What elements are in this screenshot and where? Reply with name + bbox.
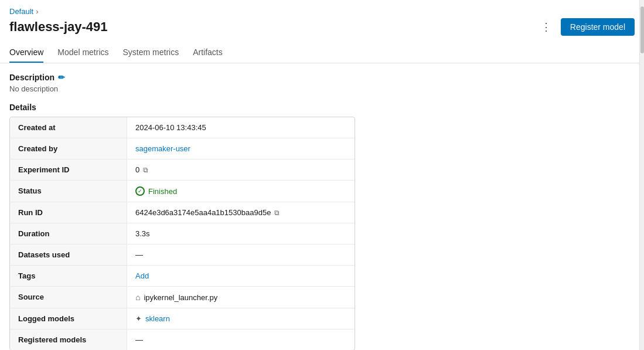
row-key-created-at: Created at <box>10 117 127 138</box>
table-row: Duration 3.3s <box>10 223 355 244</box>
header-actions: ⋮ Register model <box>536 18 635 36</box>
row-value-created-at: 2024-06-10 13:43:45 <box>127 117 355 138</box>
tab-artifacts[interactable]: Artifacts <box>193 43 223 63</box>
register-model-button[interactable]: Register model <box>561 18 635 36</box>
row-value-created-by: sagemaker-user <box>127 138 355 159</box>
header: Default › flawless-jay-491 ⋮ Register mo… <box>0 0 644 36</box>
tabs-nav: Overview Model metrics System metrics Ar… <box>0 43 644 63</box>
row-key-logged-models: Logged models <box>10 308 127 329</box>
description-value: No description <box>9 84 635 93</box>
row-value-tags: Add <box>127 266 355 286</box>
table-row: Datasets used — <box>10 244 355 266</box>
scrollbar[interactable] <box>639 0 644 350</box>
copy-experiment-id-icon[interactable]: ⧉ <box>143 166 148 174</box>
description-label: Description <box>9 73 54 82</box>
table-row: Run ID 6424e3d6a3174e5aa4a1b1530baa9d5e … <box>10 202 355 223</box>
breadcrumb-separator: › <box>36 7 38 16</box>
logged-model-link[interactable]: sklearn <box>145 314 170 323</box>
logged-model-icon: ✦ <box>135 314 142 323</box>
more-options-button[interactable]: ⋮ <box>536 19 556 35</box>
status-label: Finished <box>148 187 177 196</box>
row-value-source: ⌂ ipykernel_launcher.py <box>127 287 355 308</box>
row-value-run-id: 6424e3d6a3174e5aa4a1b1530baa9d5e ⧉ <box>127 202 355 223</box>
row-key-datasets-used: Datasets used <box>10 244 127 265</box>
table-row: Status ✓ Finished <box>10 181 355 202</box>
title-row: flawless-jay-491 ⋮ Register model <box>9 18 635 36</box>
tab-model-metrics[interactable]: Model metrics <box>57 43 108 63</box>
table-row: Logged models ✦ sklearn <box>10 308 355 329</box>
page-wrapper: Default › flawless-jay-491 ⋮ Register mo… <box>0 0 644 350</box>
row-key-duration: Duration <box>10 223 127 244</box>
table-row: Source ⌂ ipykernel_launcher.py <box>10 287 355 308</box>
row-value-logged-models: ✦ sklearn <box>127 308 355 329</box>
status-finished-badge: ✓ Finished <box>135 186 177 196</box>
table-row: Experiment ID 0 ⧉ <box>10 159 355 181</box>
details-section-label: Details <box>9 103 635 112</box>
details-table: Created at 2024-06-10 13:43:45 Created b… <box>9 117 355 350</box>
main-content: Description ✏ No description Details Cre… <box>0 63 644 350</box>
row-key-registered-models: Registered models <box>10 329 127 350</box>
description-edit-icon[interactable]: ✏ <box>58 73 65 82</box>
row-key-experiment-id: Experiment ID <box>10 159 127 180</box>
created-at-value: 2024-06-10 13:43:45 <box>135 123 206 132</box>
row-key-run-id: Run ID <box>10 202 127 223</box>
row-value-status: ✓ Finished <box>127 181 355 202</box>
table-row: Created at 2024-06-10 13:43:45 <box>10 117 355 138</box>
duration-value: 3.3s <box>135 229 150 238</box>
tab-system-metrics[interactable]: System metrics <box>123 43 179 63</box>
row-value-duration: 3.3s <box>127 223 355 244</box>
status-check-icon: ✓ <box>135 186 145 196</box>
row-value-registered-models: — <box>127 329 355 350</box>
registered-models-value: — <box>135 335 143 344</box>
source-home-icon: ⌂ <box>135 293 140 302</box>
tags-add-link[interactable]: Add <box>135 271 149 280</box>
copy-run-id-icon[interactable]: ⧉ <box>274 209 280 217</box>
table-row: Created by sagemaker-user <box>10 138 355 159</box>
created-by-link[interactable]: sagemaker-user <box>135 144 190 153</box>
table-row: Tags Add <box>10 266 355 287</box>
source-value: ipykernel_launcher.py <box>144 293 217 302</box>
page-title: flawless-jay-491 <box>9 19 108 35</box>
row-value-experiment-id: 0 ⧉ <box>127 159 355 180</box>
description-section-label: Description ✏ <box>9 73 635 82</box>
row-key-created-by: Created by <box>10 138 127 159</box>
experiment-id-value: 0 <box>135 165 139 174</box>
run-id-value: 6424e3d6a3174e5aa4a1b1530baa9d5e <box>135 208 271 217</box>
row-key-status: Status <box>10 181 127 202</box>
breadcrumb-default-link[interactable]: Default <box>9 7 33 16</box>
tab-overview[interactable]: Overview <box>9 43 43 63</box>
table-row: Registered models — <box>10 329 355 350</box>
row-value-datasets-used: — <box>127 244 355 265</box>
row-key-tags: Tags <box>10 266 127 286</box>
datasets-used-value: — <box>135 250 143 259</box>
row-key-source: Source <box>10 287 127 308</box>
breadcrumb: Default › <box>9 7 635 16</box>
scrollbar-thumb[interactable] <box>640 6 644 53</box>
